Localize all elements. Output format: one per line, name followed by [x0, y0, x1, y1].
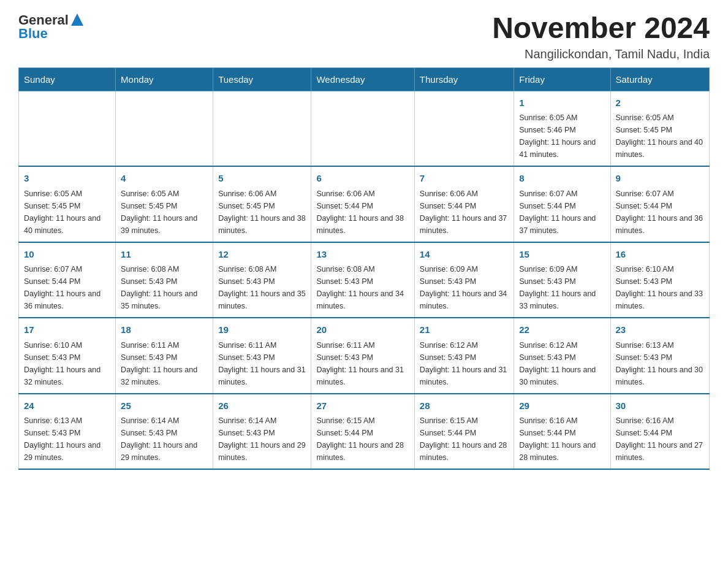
calendar-body: 1Sunrise: 6:05 AMSunset: 5:46 PMDaylight…	[19, 91, 710, 469]
day-info: Sunrise: 6:16 AMSunset: 5:44 PMDaylight:…	[616, 415, 705, 464]
day-number: 30	[616, 399, 705, 413]
calendar-cell: 5Sunrise: 6:06 AMSunset: 5:45 PMDaylight…	[213, 166, 311, 242]
day-info: Sunrise: 6:13 AMSunset: 5:43 PMDaylight:…	[616, 339, 705, 388]
calendar-week-row: 10Sunrise: 6:07 AMSunset: 5:44 PMDayligh…	[19, 242, 710, 318]
day-number: 13	[316, 248, 409, 262]
calendar-cell: 14Sunrise: 6:09 AMSunset: 5:43 PMDayligh…	[414, 242, 514, 318]
calendar-cell: 1Sunrise: 6:05 AMSunset: 5:46 PMDaylight…	[514, 91, 610, 166]
day-number: 27	[316, 399, 409, 413]
calendar-cell: 10Sunrise: 6:07 AMSunset: 5:44 PMDayligh…	[19, 242, 116, 318]
day-info: Sunrise: 6:10 AMSunset: 5:43 PMDaylight:…	[24, 339, 110, 388]
day-number: 3	[24, 172, 110, 186]
calendar-cell: 12Sunrise: 6:08 AMSunset: 5:43 PMDayligh…	[213, 242, 311, 318]
day-info: Sunrise: 6:14 AMSunset: 5:43 PMDaylight:…	[218, 415, 306, 464]
weekday-header-friday: Friday	[514, 67, 610, 91]
day-number: 28	[420, 399, 509, 413]
day-number: 9	[616, 172, 705, 186]
month-title: November 2024	[492, 12, 710, 45]
day-info: Sunrise: 6:08 AMSunset: 5:43 PMDaylight:…	[218, 263, 306, 312]
calendar-cell: 29Sunrise: 6:16 AMSunset: 5:44 PMDayligh…	[514, 394, 610, 470]
day-number: 2	[616, 96, 705, 110]
day-info: Sunrise: 6:06 AMSunset: 5:44 PMDaylight:…	[420, 188, 509, 237]
calendar-cell: 20Sunrise: 6:11 AMSunset: 5:43 PMDayligh…	[311, 318, 414, 394]
calendar-cell: 7Sunrise: 6:06 AMSunset: 5:44 PMDaylight…	[414, 166, 514, 242]
day-number: 7	[420, 172, 509, 186]
day-info: Sunrise: 6:11 AMSunset: 5:43 PMDaylight:…	[121, 339, 208, 388]
day-info: Sunrise: 6:13 AMSunset: 5:43 PMDaylight:…	[24, 415, 110, 464]
day-number: 10	[24, 248, 110, 262]
day-info: Sunrise: 6:07 AMSunset: 5:44 PMDaylight:…	[24, 263, 110, 312]
calendar-table: SundayMondayTuesdayWednesdayThursdayFrid…	[18, 67, 710, 470]
day-info: Sunrise: 6:05 AMSunset: 5:45 PMDaylight:…	[24, 188, 110, 237]
day-number: 16	[616, 248, 705, 262]
day-info: Sunrise: 6:05 AMSunset: 5:46 PMDaylight:…	[519, 112, 605, 161]
weekday-header-thursday: Thursday	[414, 67, 514, 91]
page-header: General Blue November 2024 Nangilickonda…	[18, 12, 710, 61]
calendar-cell	[19, 91, 116, 166]
day-number: 20	[316, 323, 409, 337]
day-number: 21	[420, 323, 509, 337]
calendar-cell	[213, 91, 311, 166]
logo-triangle-icon	[71, 13, 83, 26]
day-number: 4	[121, 172, 208, 186]
day-number: 23	[616, 323, 705, 337]
calendar-cell	[414, 91, 514, 166]
weekday-header-row: SundayMondayTuesdayWednesdayThursdayFrid…	[19, 67, 710, 91]
calendar-week-row: 24Sunrise: 6:13 AMSunset: 5:43 PMDayligh…	[19, 394, 710, 470]
day-number: 24	[24, 399, 110, 413]
day-info: Sunrise: 6:14 AMSunset: 5:43 PMDaylight:…	[121, 415, 208, 464]
day-info: Sunrise: 6:09 AMSunset: 5:43 PMDaylight:…	[420, 263, 509, 312]
day-number: 29	[519, 399, 605, 413]
day-number: 26	[218, 399, 306, 413]
logo-blue-text: Blue	[18, 26, 48, 42]
calendar-cell: 28Sunrise: 6:15 AMSunset: 5:44 PMDayligh…	[414, 394, 514, 470]
calendar-cell: 23Sunrise: 6:13 AMSunset: 5:43 PMDayligh…	[610, 318, 710, 394]
calendar-cell: 11Sunrise: 6:08 AMSunset: 5:43 PMDayligh…	[116, 242, 213, 318]
calendar-week-row: 17Sunrise: 6:10 AMSunset: 5:43 PMDayligh…	[19, 318, 710, 394]
title-section: November 2024 Nangilickondan, Tamil Nadu…	[492, 12, 710, 61]
day-info: Sunrise: 6:15 AMSunset: 5:44 PMDaylight:…	[316, 415, 409, 464]
calendar-cell: 21Sunrise: 6:12 AMSunset: 5:43 PMDayligh…	[414, 318, 514, 394]
day-number: 11	[121, 248, 208, 262]
day-info: Sunrise: 6:09 AMSunset: 5:43 PMDaylight:…	[519, 263, 605, 312]
day-info: Sunrise: 6:10 AMSunset: 5:43 PMDaylight:…	[616, 263, 705, 312]
day-info: Sunrise: 6:12 AMSunset: 5:43 PMDaylight:…	[420, 339, 509, 388]
calendar-cell: 27Sunrise: 6:15 AMSunset: 5:44 PMDayligh…	[311, 394, 414, 470]
day-number: 5	[218, 172, 306, 186]
calendar-cell: 18Sunrise: 6:11 AMSunset: 5:43 PMDayligh…	[116, 318, 213, 394]
day-number: 18	[121, 323, 208, 337]
calendar-header: SundayMondayTuesdayWednesdayThursdayFrid…	[19, 67, 710, 91]
day-number: 12	[218, 248, 306, 262]
calendar-cell: 24Sunrise: 6:13 AMSunset: 5:43 PMDayligh…	[19, 394, 116, 470]
location-subtitle: Nangilickondan, Tamil Nadu, India	[492, 47, 710, 61]
day-number: 15	[519, 248, 605, 262]
calendar-week-row: 1Sunrise: 6:05 AMSunset: 5:46 PMDaylight…	[19, 91, 710, 166]
day-number: 6	[316, 172, 409, 186]
day-info: Sunrise: 6:06 AMSunset: 5:45 PMDaylight:…	[218, 188, 306, 237]
weekday-header-wednesday: Wednesday	[311, 67, 414, 91]
logo: General Blue	[18, 12, 83, 42]
weekday-header-saturday: Saturday	[610, 67, 710, 91]
calendar-cell: 3Sunrise: 6:05 AMSunset: 5:45 PMDaylight…	[19, 166, 116, 242]
calendar-week-row: 3Sunrise: 6:05 AMSunset: 5:45 PMDaylight…	[19, 166, 710, 242]
svg-marker-0	[71, 13, 83, 26]
calendar-cell: 4Sunrise: 6:05 AMSunset: 5:45 PMDaylight…	[116, 166, 213, 242]
day-info: Sunrise: 6:08 AMSunset: 5:43 PMDaylight:…	[121, 263, 208, 312]
calendar-cell: 8Sunrise: 6:07 AMSunset: 5:44 PMDaylight…	[514, 166, 610, 242]
day-info: Sunrise: 6:06 AMSunset: 5:44 PMDaylight:…	[316, 188, 409, 237]
calendar-cell: 17Sunrise: 6:10 AMSunset: 5:43 PMDayligh…	[19, 318, 116, 394]
weekday-header-tuesday: Tuesday	[213, 67, 311, 91]
day-number: 14	[420, 248, 509, 262]
day-number: 17	[24, 323, 110, 337]
day-info: Sunrise: 6:05 AMSunset: 5:45 PMDaylight:…	[616, 112, 705, 161]
calendar-cell: 16Sunrise: 6:10 AMSunset: 5:43 PMDayligh…	[610, 242, 710, 318]
weekday-header-sunday: Sunday	[19, 67, 116, 91]
day-number: 19	[218, 323, 306, 337]
calendar-cell: 22Sunrise: 6:12 AMSunset: 5:43 PMDayligh…	[514, 318, 610, 394]
calendar-cell: 25Sunrise: 6:14 AMSunset: 5:43 PMDayligh…	[116, 394, 213, 470]
day-info: Sunrise: 6:08 AMSunset: 5:43 PMDaylight:…	[316, 263, 409, 312]
calendar-cell	[311, 91, 414, 166]
calendar-cell: 13Sunrise: 6:08 AMSunset: 5:43 PMDayligh…	[311, 242, 414, 318]
calendar-cell: 19Sunrise: 6:11 AMSunset: 5:43 PMDayligh…	[213, 318, 311, 394]
day-info: Sunrise: 6:11 AMSunset: 5:43 PMDaylight:…	[218, 339, 306, 388]
